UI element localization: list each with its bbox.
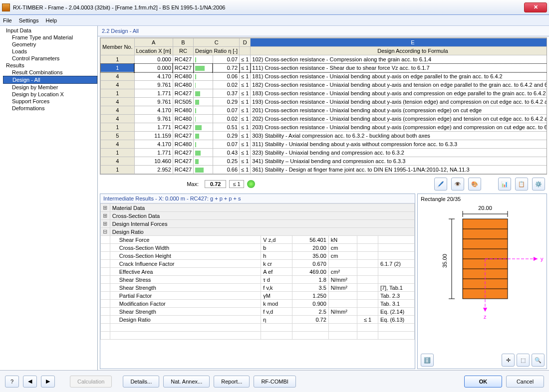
col-rc[interactable]: RC [173, 47, 193, 55]
details-title: Intermediate Results - X: 0.000 m - RC42… [100, 194, 415, 203]
close-button[interactable]: ✕ [524, 2, 547, 12]
col-ratio[interactable]: Design Ratio η [-] [194, 47, 240, 55]
table-row[interactable]: 4 9.761 RC480 0.02 ≤ 1 202) Cross-sectio… [101, 115, 548, 123]
section-internal[interactable]: Design Internal Forces [110, 220, 414, 228]
titlebar: RX-TIMBER - Frame - 2.04.0003 (32bit) - … [0, 0, 549, 15]
detail-row: Shear Strength f v,d 2.5 N/mm² Eq. (2.14… [101, 308, 415, 316]
status-ok-icon [247, 180, 255, 188]
tree-input-data[interactable]: Input Data [3, 27, 97, 34]
content: 2.2 Design - All Member No. A B C D E Lo… [98, 26, 549, 370]
tree-design-all[interactable]: Design - All [3, 76, 97, 84]
tree-design-by-member[interactable]: Design by Member [3, 84, 97, 91]
details-button[interactable]: Details... [123, 376, 159, 388]
rfcombi-button[interactable]: RF-COMBI [254, 376, 295, 388]
max-cond: ≤ 1 [229, 180, 244, 188]
svg-text:z: z [484, 314, 487, 320]
table-row[interactable]: 5 11.159 RC427 0.29 ≤ 1 303) Stability -… [101, 132, 548, 140]
max-row: Max: 0.72 ≤ 1 🖊️ 👁️ 🎨 📊 📋 ⚙️ [98, 176, 549, 193]
detail-row: Cross-Section Width b 20.00 cm [101, 244, 415, 252]
detail-row: Crack Influence Factor k cr 0.670 6.1.7 … [101, 260, 415, 268]
table-row[interactable]: 1 2.952 RC427 0.66 ≤ 1 361) Stability - … [101, 166, 548, 174]
svg-text:y: y [541, 256, 544, 262]
tree-geometry[interactable]: Geometry [3, 41, 97, 48]
tree-control-params[interactable]: Control Parameters [3, 55, 97, 62]
zoom-button[interactable]: 🔍 [532, 354, 545, 367]
col-a[interactable]: A [134, 38, 173, 47]
tree-deformations[interactable]: Deformations [3, 105, 97, 112]
col-formula[interactable]: Design According to Formula [251, 47, 547, 55]
collapse-icon[interactable]: ⊟ [101, 228, 110, 236]
section-crosssection[interactable]: Cross-Section Data [110, 212, 414, 220]
sidebar: Input Data Frame Type and Material Geome… [0, 26, 98, 370]
table-row[interactable]: 4 4.170 RC480 0.07 ≤ 1 311) Stability - … [101, 140, 548, 149]
detail-row: Effective Area A ef 469.00 cm² [101, 268, 415, 276]
tree-result-combos[interactable]: Result Combinations [3, 69, 97, 76]
window-title: RX-TIMBER - Frame - 2.04.0003 (32bit) - … [13, 4, 524, 10]
menu-settings[interactable]: Settings [19, 17, 39, 23]
tree-loads[interactable]: Loads [3, 48, 97, 55]
section-title: 2.2 Design - All [98, 26, 549, 36]
col-e[interactable]: E [251, 38, 547, 47]
filter-button-1[interactable]: 🖊️ [434, 178, 447, 191]
filter-button-3[interactable]: 🎨 [468, 178, 481, 191]
col-location[interactable]: Location X [m] [134, 47, 173, 55]
tree-design-by-loc[interactable]: Design by Location X [3, 91, 97, 98]
expand-icon[interactable]: ⊞ [101, 212, 110, 220]
nat-annex-button[interactable]: Nat. Annex... [163, 376, 210, 388]
filter-button-2[interactable]: 👁️ [451, 178, 464, 191]
tree-results[interactable]: Results [3, 62, 97, 69]
details-panel: Intermediate Results - X: 0.000 m - RC42… [100, 194, 415, 369]
col-c[interactable]: C [194, 38, 240, 47]
design-grid[interactable]: Member No. A B C D E Location X [m] RC D… [100, 37, 547, 175]
expand-icon[interactable]: ⊞ [101, 220, 110, 228]
table-row[interactable]: 4 10.460 RC427 0.25 ≤ 1 341) Stability –… [101, 157, 548, 166]
tree-support-forces[interactable]: Support Forces [3, 98, 97, 105]
next-button[interactable]: ▶ [41, 376, 55, 388]
cross-section-preview: Rectangle 20/35 20.00 35.00 [417, 194, 547, 369]
table-row[interactable]: 1 1.771 RC427 0.43 ≤ 1 323) Stability - … [101, 149, 548, 157]
detail-row: Design Ratio η 0.72 ≤ 1 Eq. (6.13) [101, 316, 415, 324]
help-button[interactable]: ? [5, 376, 19, 388]
app-icon [2, 3, 10, 11]
table-row[interactable]: 4 4.170 RC480 0.07 ≤ 1 201) Cross-sectio… [101, 106, 548, 115]
col-b[interactable]: B [173, 38, 193, 47]
report-button[interactable]: Report... [214, 376, 250, 388]
table-row[interactable]: 1 1.771 RC427 0.51 ≤ 1 203) Cross-sectio… [101, 123, 548, 132]
col-member[interactable]: Member No. [101, 38, 135, 55]
table-row[interactable]: 4 9.761 RC505 0.29 ≤ 1 193) Cross-sectio… [101, 98, 548, 106]
max-label: Max: [102, 181, 202, 187]
detail-row: Shear Stress τ d 1.8 N/mm² [101, 276, 415, 284]
section-ratio[interactable]: Design Ratio [110, 228, 414, 236]
detail-row: Shear Strength f v,k 3.5 N/mm² [7], Tab.… [101, 284, 415, 292]
table-row[interactable]: 4 9.761 RC480 0.02 ≤ 1 182) Cross-sectio… [101, 81, 548, 89]
calculation-button[interactable]: Calculation [70, 376, 112, 388]
menubar: File Settings Help [0, 15, 549, 26]
table-row[interactable]: 1 0.000 RC427 0.07 ≤ 1 102) Cross-sectio… [101, 55, 548, 64]
col-d[interactable]: D [240, 38, 251, 47]
expand-icon[interactable]: ⊞ [101, 204, 110, 212]
ok-button[interactable]: OK [464, 376, 502, 388]
cancel-button[interactable]: Cancel [506, 376, 544, 388]
svg-marker-17 [534, 257, 538, 261]
settings-button[interactable]: ⚙️ [532, 178, 545, 191]
detail-row: Partial Factor γM 1.250 Tab. 2.3 [101, 292, 415, 300]
table-row[interactable]: 1 0.000 RC427 0.72 ≤ 1 111) Cross-sectio… [101, 64, 548, 72]
cross-section-svg: 20.00 35.00 [418, 194, 547, 334]
table-row[interactable]: 1 1.771 RC427 0.37 ≤ 1 183) Cross-sectio… [101, 89, 548, 98]
list-button[interactable]: 📋 [515, 178, 528, 191]
view-button[interactable]: ⬚ [517, 354, 530, 367]
detail-row: Shear Force V z,d 56.401 kN [101, 236, 415, 244]
menu-help[interactable]: Help [45, 17, 57, 23]
menu-file[interactable]: File [3, 17, 12, 23]
max-value: 0.72 [205, 180, 226, 188]
table-row[interactable]: 4 4.170 RC480 0.06 ≤ 1 181) Cross-sectio… [101, 72, 548, 81]
export-button[interactable]: 📊 [498, 178, 511, 191]
svg-marker-20 [483, 308, 487, 312]
info-button[interactable]: ℹ️ [421, 354, 434, 367]
axes-button[interactable]: ✛ [502, 354, 515, 367]
tree-frame-type[interactable]: Frame Type and Material [3, 34, 97, 41]
section-material[interactable]: Material Data [110, 204, 414, 212]
detail-row: Modification Factor k mod 0.900 Tab. 3.1 [101, 300, 415, 308]
prev-button[interactable]: ◀ [23, 376, 37, 388]
svg-text:35.00: 35.00 [442, 254, 448, 268]
